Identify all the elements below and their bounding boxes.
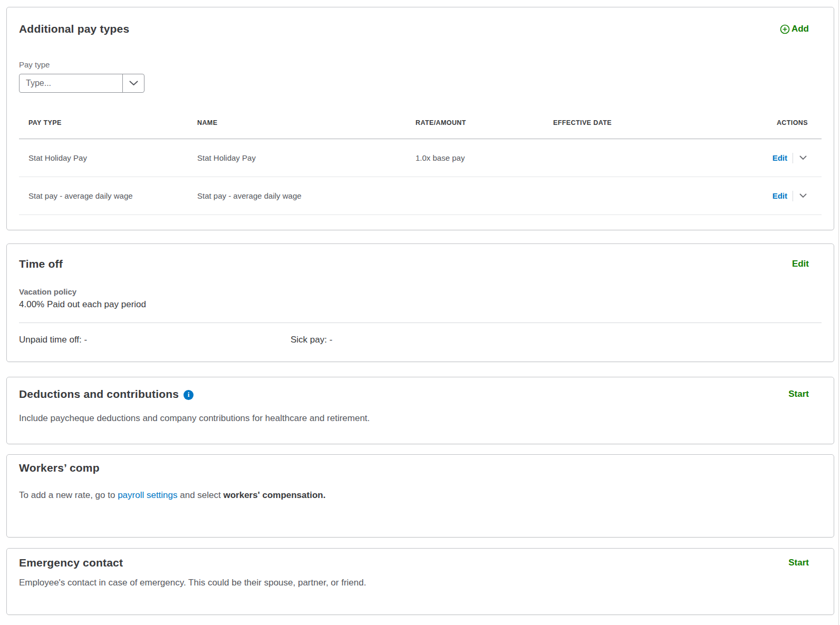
additional-pay-types-card: Additional pay types Add Pay type PAY TY… [6, 7, 834, 230]
emergency-contact-title: Emergency contact [19, 556, 123, 569]
pay-type-dropdown-toggle[interactable] [122, 74, 144, 92]
pay-type-dropdown[interactable] [19, 74, 144, 93]
column-header-actions: ACTIONS [770, 119, 822, 126]
deductions-description: Include paycheque deductions and company… [19, 413, 822, 424]
start-emergency-contact-button[interactable]: Start [788, 558, 809, 568]
vacation-policy-label: Vacation policy [19, 287, 822, 296]
workers-comp-card: Workers’ comp To add a new rate, go to p… [6, 454, 834, 538]
workers-comp-text-middle: and select [178, 490, 224, 500]
time-off-title: Time off [19, 258, 63, 270]
deductions-title: Deductions and contributions [19, 388, 179, 401]
cell-pay-type: Stat Holiday Pay [19, 153, 197, 162]
workers-comp-text: To add a new rate, go to payroll setting… [19, 490, 822, 501]
window-edge-line [838, 0, 839, 625]
info-icon[interactable]: i [184, 390, 194, 400]
chevron-down-icon [129, 81, 138, 86]
edit-pay-type-link[interactable]: Edit [773, 191, 787, 200]
cell-rate-amount: 1.0x base pay [416, 153, 553, 162]
workers-comp-text-before: To add a new rate, go to [19, 490, 118, 500]
time-off-card: Time off Edit Vacation policy 4.00% Paid… [6, 243, 834, 362]
emergency-contact-card: Emergency contact Start Employee's conta… [6, 548, 834, 615]
cell-name: Stat pay - average daily wage [197, 191, 416, 200]
add-pay-type-button[interactable]: Add [780, 24, 809, 34]
workers-compensation-bold-text: workers' compensation. [223, 490, 325, 500]
employee-pay-profile: Additional pay types Add Pay type PAY TY… [6, 0, 834, 615]
column-header-pay-type: PAY TYPE [19, 119, 197, 126]
workers-comp-title: Workers’ comp [19, 462, 100, 474]
payroll-settings-link[interactable]: payroll settings [118, 490, 177, 500]
pay-types-table: PAY TYPE NAME RATE/AMOUNT EFFECTIVE DATE… [19, 119, 822, 215]
divider [19, 323, 822, 323]
table-header-row: PAY TYPE NAME RATE/AMOUNT EFFECTIVE DATE… [19, 119, 822, 139]
plus-circle-icon [780, 24, 790, 34]
sick-pay-value: Sick pay: - [291, 335, 332, 345]
column-header-effective-date: EFFECTIVE DATE [553, 119, 770, 126]
table-row: Stat Holiday Pay Stat Holiday Pay 1.0x b… [19, 139, 822, 177]
action-separator [793, 153, 793, 163]
chevron-down-icon [799, 155, 807, 160]
emergency-contact-description: Employee's contact in case of emergency.… [19, 578, 822, 588]
chevron-down-icon [799, 193, 807, 198]
cell-name: Stat Holiday Pay [197, 153, 416, 162]
add-label: Add [791, 24, 809, 34]
vacation-policy-value: 4.00% Paid out each pay period [19, 299, 822, 310]
row-actions-menu-button[interactable] [798, 192, 808, 199]
column-header-rate-amount: RATE/AMOUNT [416, 119, 553, 126]
edit-time-off-button[interactable]: Edit [792, 259, 809, 269]
action-separator [793, 191, 793, 201]
edit-pay-type-link[interactable]: Edit [773, 153, 787, 162]
start-deductions-button[interactable]: Start [788, 389, 809, 399]
pay-type-input[interactable] [20, 74, 122, 92]
additional-pay-types-title: Additional pay types [19, 23, 129, 35]
deductions-contributions-card: Deductions and contributions i Start Inc… [6, 377, 834, 444]
cell-pay-type: Stat pay - average daily wage [19, 191, 197, 200]
unpaid-time-off-value: Unpaid time off: - [19, 335, 291, 345]
table-row: Stat pay - average daily wage Stat pay -… [19, 177, 822, 215]
row-actions-menu-button[interactable] [798, 154, 808, 161]
pay-type-label: Pay type [19, 60, 822, 69]
column-header-name: NAME [197, 119, 416, 126]
